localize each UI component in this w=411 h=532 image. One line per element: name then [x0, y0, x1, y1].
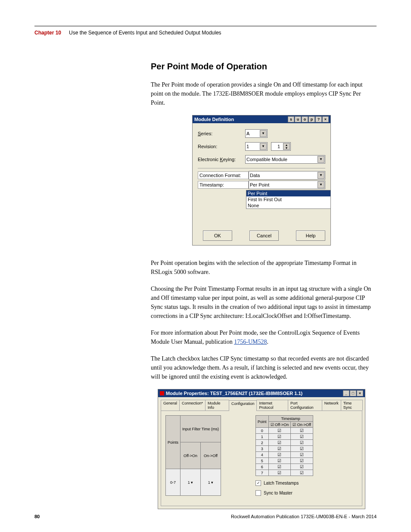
point-header: Point	[256, 416, 269, 428]
off-on-header: ☑ Off->On	[268, 422, 291, 428]
dropdown-option[interactable]: Per Point	[246, 190, 330, 196]
configuration-panel: PointsInput Filter Time (ms) Off->OnOn->…	[161, 411, 362, 506]
dialog-title: Module Properties: TEST_1756EN2T (1732E-…	[166, 391, 302, 396]
checkbox-cell[interactable]	[291, 470, 313, 476]
connection-format-combo[interactable]: Data ▼	[249, 171, 325, 180]
point-cell: 3	[256, 446, 269, 452]
point-cell: 1	[256, 434, 269, 440]
chevron-down-icon: ▼	[318, 156, 324, 163]
text: .	[267, 339, 268, 345]
spinner-icon: ▲▼	[283, 143, 290, 150]
tab-internet-protocol[interactable]: Internet Protocol	[256, 400, 288, 411]
filter-cell[interactable]: 1 ▾	[201, 469, 221, 496]
point-cell: 0	[256, 428, 269, 434]
checkbox-cell[interactable]	[268, 470, 291, 476]
dialog-title: Module Definition	[194, 117, 234, 122]
series-value: A	[246, 131, 249, 136]
revision-major: 1	[246, 144, 249, 149]
filter-header: Input Filter Time (ms)	[181, 416, 221, 442]
latch-checkbox[interactable]: ✓	[255, 480, 261, 486]
chevron-down-icon: ▼	[260, 143, 267, 150]
point-cell: 5	[256, 458, 269, 464]
checkbox-cell[interactable]	[291, 446, 313, 452]
ok-button[interactable]: OK	[203, 230, 232, 241]
checkbox-cell[interactable]	[268, 446, 291, 452]
paragraph: Choosing the Per Point Timestamp Format …	[151, 284, 372, 320]
checkbox-cell[interactable]	[291, 458, 313, 464]
revision-minor: 1	[272, 144, 280, 149]
tab-general[interactable]: General	[161, 400, 180, 411]
latch-label: Latch Timestamps	[264, 481, 299, 485]
point-cell: 7	[256, 470, 269, 476]
chevron-down-icon: ▼	[260, 130, 267, 137]
point-cell: 2	[256, 440, 269, 446]
series-combo[interactable]: A ▼	[245, 129, 268, 138]
tab-port-configuration[interactable]: Port Configuration	[288, 400, 322, 411]
checkbox-cell[interactable]	[268, 440, 291, 446]
connection-format-label: Connection Format:	[198, 171, 249, 179]
keying-combo[interactable]: Compatible Module ▼	[245, 155, 325, 164]
filter-cell[interactable]: 1 ▾	[181, 469, 201, 496]
revision-minor-spinner[interactable]: 1 ▲▼	[271, 142, 291, 151]
point-cell: 4	[256, 452, 269, 458]
timestamp-label: Timestamp:	[198, 181, 249, 189]
chevron-down-icon: ▼	[318, 172, 324, 179]
timestamp-combo[interactable]: Per Point ▼	[249, 180, 325, 189]
sys-button[interactable]: u	[295, 116, 301, 122]
connection-format-value: Data	[250, 173, 260, 178]
tab-strip: General Connection* Module Info Configur…	[161, 400, 362, 411]
sys-button[interactable]: o	[302, 116, 308, 122]
checkbox-cell[interactable]	[268, 464, 291, 470]
chapter-header: Chapter 10 Use the Sequence of Events In…	[34, 26, 377, 36]
checkbox-cell[interactable]	[291, 452, 313, 458]
keying-label: Electronic Keying:	[198, 157, 245, 162]
help-button[interactable]: ?	[315, 116, 322, 122]
points-range: 0-7	[166, 469, 181, 496]
dropdown-option[interactable]: None	[246, 202, 330, 208]
module-definition-dialog: Module Definition s u o p ? × Series: A …	[192, 115, 331, 246]
checkbox-cell[interactable]	[268, 458, 291, 464]
paragraph: For more information about Per Point mod…	[151, 328, 372, 346]
tab-configuration[interactable]: Configuration	[229, 400, 257, 411]
sys-button[interactable]: p	[308, 116, 315, 122]
on-off-header: ☑ On->Off	[291, 422, 313, 428]
close-button[interactable]: ×	[322, 116, 329, 122]
help-button[interactable]: Help	[296, 230, 325, 241]
tab-module-info[interactable]: Module Info	[205, 400, 229, 411]
checkbox-cell[interactable]	[268, 434, 291, 440]
checkbox-cell[interactable]	[291, 434, 313, 440]
series-label: Series:	[198, 131, 245, 136]
tab-time-sync[interactable]: Time Sync	[341, 400, 363, 411]
publication-info: Rockwell Automation Publication 1732E-UM…	[231, 514, 377, 519]
off-on-header: Off->On	[181, 442, 201, 469]
cancel-button[interactable]: Cancel	[249, 230, 279, 241]
publication-link[interactable]: 1756-UM528	[234, 339, 267, 345]
dialog-titlebar: Module Definition s u o p ? ×	[193, 115, 330, 123]
input-filter-table: PointsInput Filter Time (ms) Off->OnOn->…	[165, 415, 221, 496]
maximize-button[interactable]: □	[350, 390, 356, 396]
close-button[interactable]: ×	[357, 390, 363, 396]
chapter-number: Chapter 10	[34, 30, 61, 36]
chevron-down-icon: ▼	[318, 181, 324, 188]
keying-value: Compatible Module	[246, 157, 287, 162]
section-heading: Per Point Mode of Operation	[151, 62, 372, 72]
checkbox-cell[interactable]	[268, 428, 291, 434]
sync-checkbox[interactable]	[255, 490, 261, 496]
revision-label: Revision:	[198, 144, 245, 149]
timestamp-table: PointTimestamp ☑ Off->On☑ On->Off 0 1 2 …	[255, 415, 313, 476]
tab-network[interactable]: Network	[322, 400, 341, 411]
minimize-button[interactable]: _	[343, 390, 349, 396]
app-icon	[160, 391, 164, 395]
sys-button[interactable]: s	[288, 116, 294, 122]
timestamp-dropdown-list[interactable]: Per Point First In First Out None	[246, 190, 331, 209]
tab-connection[interactable]: Connection*	[179, 400, 206, 411]
checkbox-cell[interactable]	[291, 428, 313, 434]
dropdown-option[interactable]: First In First Out	[246, 196, 330, 202]
checkbox-cell[interactable]	[268, 452, 291, 458]
points-header: Points	[166, 416, 181, 469]
revision-major-combo[interactable]: 1 ▼	[245, 142, 268, 151]
on-off-header: On->Off	[201, 442, 221, 469]
checkbox-cell[interactable]	[291, 464, 313, 470]
module-properties-dialog: Module Properties: TEST_1756EN2T (1732E-…	[158, 389, 365, 509]
checkbox-cell[interactable]	[291, 440, 313, 446]
